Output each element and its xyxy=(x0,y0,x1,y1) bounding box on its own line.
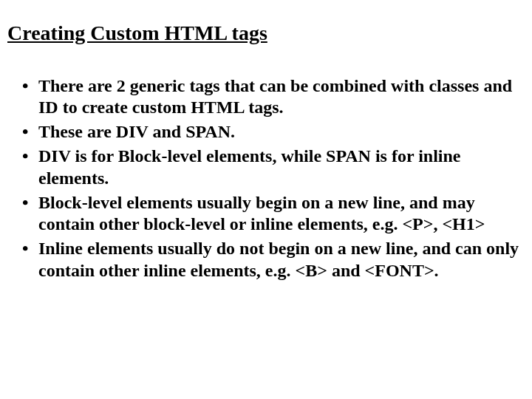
bullet-list: There are 2 generic tags that can be com… xyxy=(7,75,525,282)
list-item: DIV is for Block-level elements, while S… xyxy=(38,146,525,189)
list-item: There are 2 generic tags that can be com… xyxy=(38,75,525,119)
list-item: Inline elements usually do not begin on … xyxy=(38,238,525,282)
list-item: Block-level elements usually begin on a … xyxy=(38,192,525,236)
slide: Creating Custom HTML tags There are 2 ge… xyxy=(0,0,532,399)
list-item: These are DIV and SPAN. xyxy=(38,121,525,143)
slide-title: Creating Custom HTML tags xyxy=(7,21,525,46)
